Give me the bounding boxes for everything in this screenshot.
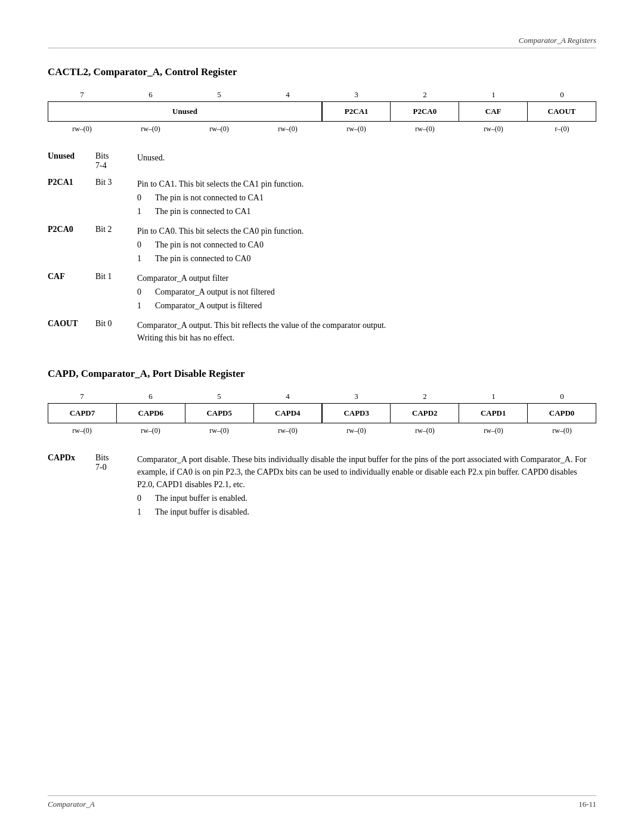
bn-4: 4	[253, 90, 322, 101]
section1: CACTL2, Comparator_A, Control Register 7…	[48, 66, 596, 344]
s2-bn-4: 4	[253, 392, 322, 403]
ac-0: r–(0)	[528, 125, 596, 134]
bitdesc-caf: Comparator_A output filter 0Comparator_A…	[137, 272, 596, 312]
s2-ac-3: rw–(0)	[322, 426, 391, 435]
bitdesc-unused: Unused.	[137, 151, 596, 164]
reg-cell-p2ca1: P2CA1	[322, 102, 391, 122]
reg-cell-caout: CAOUT	[528, 102, 596, 122]
bitdesc-p2ca0: Pin to CA0. This bit selects the CA0 pin…	[137, 225, 596, 265]
section1-register-table: 7 6 5 4 3 2 1 0 Unused P2CA1 P2CA0 CAF C…	[48, 90, 596, 134]
s2-ac-6: rw–(0)	[116, 426, 185, 435]
bitname-p2ca0: P2CA0	[48, 225, 95, 234]
bn-1: 1	[459, 90, 528, 101]
section2-reg-cells: CAPD7 CAPD6 CAPD5 CAPD4 CAPD3 CAPD2 CAPD…	[48, 403, 596, 423]
bn-2: 2	[391, 90, 459, 101]
bitname-unused: Unused	[48, 151, 95, 161]
bitnum-caout: Bit 0	[95, 319, 137, 329]
desc-caout: CAOUT Bit 0 Comparator_A output. This bi…	[48, 319, 596, 344]
s2-bn-3: 3	[322, 392, 391, 403]
bitdesc-capdx: Comparator_A port disable. These bits in…	[137, 453, 596, 518]
bitnum-caf: Bit 1	[95, 272, 137, 281]
ac-1: rw–(0)	[459, 125, 528, 134]
ac-5: rw–(0)	[185, 125, 253, 134]
desc-unused: Unused Bits7-4 Unused.	[48, 151, 596, 171]
s2-bn-7: 7	[48, 392, 116, 403]
section2: CAPD, Comparator_A, Port Disable Registe…	[48, 368, 596, 518]
reg-cell-capd6: CAPD6	[116, 404, 185, 423]
ac-3: rw–(0)	[322, 125, 391, 134]
bn-0: 0	[528, 90, 596, 101]
section1-title: CACTL2, Comparator_A, Control Register	[48, 66, 596, 78]
bitname-caout: CAOUT	[48, 319, 95, 329]
bitdesc-p2ca1: Pin to CA1. This bit selects the CA1 pin…	[137, 178, 596, 218]
section1-reg-cells: Unused P2CA1 P2CA0 CAF CAOUT	[48, 101, 596, 122]
reg-cell-capd4: CAPD4	[253, 404, 322, 423]
bitnum-p2ca1: Bit 3	[95, 178, 137, 187]
reg-cell-caf: CAF	[459, 102, 528, 122]
desc-p2ca0: P2CA0 Bit 2 Pin to CA0. This bit selects…	[48, 225, 596, 265]
bn-6: 6	[116, 90, 185, 101]
desc-capdx: CAPDx Bits7-0 Comparator_A port disable.…	[48, 453, 596, 518]
s2-bn-0: 0	[528, 392, 596, 403]
header-text: Comparator_A Registers	[519, 36, 596, 45]
s2-ac-1: rw–(0)	[459, 426, 528, 435]
reg-cell-capd1: CAPD1	[459, 404, 528, 423]
section2-register-table: 7 6 5 4 3 2 1 0 CAPD7 CAPD6 CAPD5 CAPD4 …	[48, 392, 596, 435]
desc-p2ca1: P2CA1 Bit 3 Pin to CA1. This bit selects…	[48, 178, 596, 218]
ac-4: rw–(0)	[253, 125, 322, 134]
section2-bit-numbers: 7 6 5 4 3 2 1 0	[48, 392, 596, 403]
reg-cell-capd0: CAPD0	[528, 404, 596, 423]
s2-bn-1: 1	[459, 392, 528, 403]
s2-ac-4: rw–(0)	[253, 426, 322, 435]
reg-cell-p2ca0: P2CA0	[391, 102, 459, 122]
bitname-caf: CAF	[48, 272, 95, 281]
bitnum-p2ca0: Bit 2	[95, 225, 137, 234]
page-header: Comparator_A Registers	[48, 36, 596, 48]
bn-5: 5	[185, 90, 253, 101]
section1-bit-descriptions: Unused Bits7-4 Unused. P2CA1 Bit 3 Pin t…	[48, 151, 596, 344]
bn-7: 7	[48, 90, 116, 101]
ac-2: rw–(0)	[391, 125, 459, 134]
reg-cell-capd3: CAPD3	[322, 404, 391, 423]
section1-bit-numbers: 7 6 5 4 3 2 1 0	[48, 90, 596, 101]
bitname-capdx: CAPDx	[48, 453, 95, 463]
section2-title: CAPD, Comparator_A, Port Disable Registe…	[48, 368, 596, 380]
s2-bn-6: 6	[116, 392, 185, 403]
footer-right: 16-11	[578, 800, 596, 809]
s2-ac-2: rw–(0)	[391, 426, 459, 435]
s2-bn-5: 5	[185, 392, 253, 403]
bitname-p2ca1: P2CA1	[48, 178, 95, 187]
s2-ac-0: rw–(0)	[528, 426, 596, 435]
s2-bn-2: 2	[391, 392, 459, 403]
page-footer: Comparator_A 16-11	[48, 795, 596, 809]
reg-cell-capd5: CAPD5	[185, 404, 253, 423]
bn-3: 3	[322, 90, 391, 101]
section2-bit-descriptions: CAPDx Bits7-0 Comparator_A port disable.…	[48, 453, 596, 518]
bitnum-capdx: Bits7-0	[95, 453, 137, 472]
reg-cell-capd7: CAPD7	[48, 404, 117, 423]
bitnum-unused: Bits7-4	[95, 151, 137, 171]
s2-ac-7: rw–(0)	[48, 426, 116, 435]
ac-7: rw–(0)	[48, 125, 116, 134]
desc-caf: CAF Bit 1 Comparator_A output filter 0Co…	[48, 272, 596, 312]
s2-ac-5: rw–(0)	[185, 426, 253, 435]
ac-6: rw–(0)	[116, 125, 185, 134]
footer-left: Comparator_A	[48, 800, 95, 809]
section1-access-row: rw–(0) rw–(0) rw–(0) rw–(0) rw–(0) rw–(0…	[48, 125, 596, 134]
section2-access-row: rw–(0) rw–(0) rw–(0) rw–(0) rw–(0) rw–(0…	[48, 426, 596, 435]
reg-cell-unused: Unused	[48, 102, 323, 122]
reg-cell-capd2: CAPD2	[391, 404, 459, 423]
bitdesc-caout: Comparator_A output. This bit reflects t…	[137, 319, 596, 344]
